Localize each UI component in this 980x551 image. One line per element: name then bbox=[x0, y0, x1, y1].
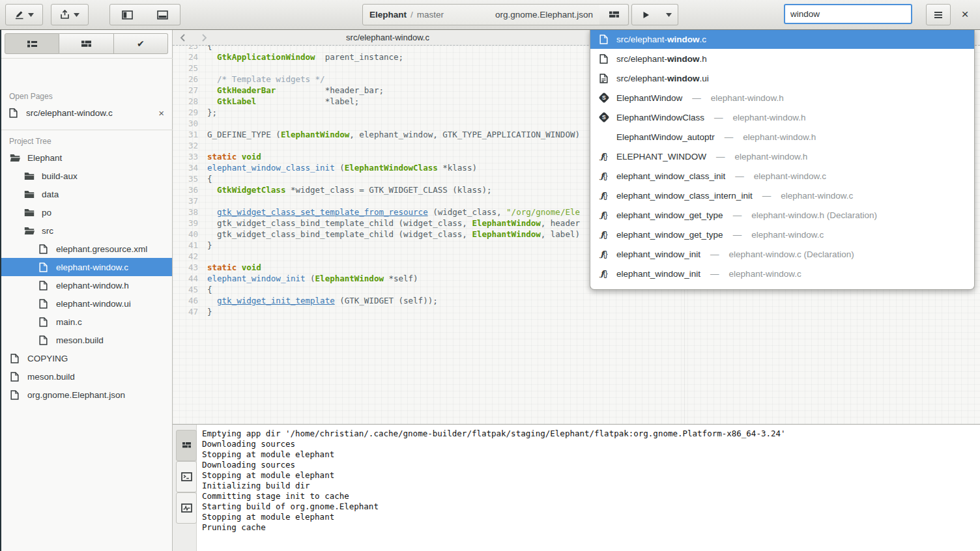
tree-item-label: meson.build bbox=[56, 335, 104, 345]
todo-view-button[interactable]: ✔ bbox=[114, 33, 168, 54]
sidebar-view-switcher: ✔ bbox=[5, 33, 168, 54]
line-number: 25 bbox=[173, 63, 207, 74]
bottom-panel-tabs bbox=[173, 425, 197, 551]
function-icon: ƒ{} bbox=[598, 171, 609, 180]
build-view-button[interactable] bbox=[59, 33, 113, 54]
project-tree-label: Project Tree bbox=[9, 137, 51, 146]
result-name: elephant_window_class_init bbox=[616, 171, 725, 181]
search-result-item[interactable]: ƒ{} bbox=[590, 283, 974, 290]
search-input[interactable] bbox=[784, 4, 912, 24]
search-result-item[interactable]: src/elephant-window.ui bbox=[590, 68, 974, 88]
build-config-name: org.gnome.Elephant.json bbox=[495, 10, 593, 20]
tree-item-meson-build[interactable]: meson.build bbox=[0, 331, 172, 349]
log-line: Stopping at module elephant bbox=[202, 449, 951, 460]
line-number: 37 bbox=[173, 195, 207, 206]
search-result-item[interactable]: ƒ{}elephant_window_init—elephant-window.… bbox=[590, 264, 974, 283]
export-button[interactable] bbox=[51, 4, 89, 25]
tree-item-org-gnome-elephant-json[interactable]: org.gnome.Elephant.json bbox=[0, 386, 172, 404]
line-number: 44 bbox=[173, 273, 207, 284]
tree-item-src[interactable]: src bbox=[0, 221, 172, 240]
tree-item-build-aux[interactable]: build-aux bbox=[0, 167, 172, 185]
tree-item-elephant-window-c[interactable]: elephant-window.c bbox=[0, 258, 172, 276]
result-name: ELEPHANT_WINDOW bbox=[616, 152, 706, 162]
tree-item-elephant-window-h[interactable]: elephant-window.h bbox=[0, 276, 172, 294]
tree-item-po[interactable]: po bbox=[0, 203, 172, 221]
runtime-terminal-icon bbox=[181, 503, 192, 513]
function-icon: ƒ{} bbox=[598, 269, 609, 278]
breadcrumb-separator: / bbox=[411, 10, 413, 20]
line-number: 42 bbox=[173, 251, 207, 262]
log-line: Starting build of org.gnome.Elephant bbox=[202, 502, 951, 512]
line-number: 40 bbox=[173, 229, 207, 240]
panel-bottom-icon bbox=[157, 10, 168, 20]
function-icon: ƒ{} bbox=[598, 210, 609, 219]
result-file: elephant-window.c bbox=[751, 230, 824, 240]
log-line: Downloading sources bbox=[202, 439, 951, 449]
line-number: 30 bbox=[173, 118, 207, 129]
tree-item-data[interactable]: data bbox=[0, 185, 172, 203]
search-result-item[interactable]: ƒ{}elephant_window_get_type—elephant-win… bbox=[590, 205, 974, 225]
folder-icon bbox=[9, 154, 20, 162]
run-options-button[interactable] bbox=[659, 4, 678, 25]
share-icon bbox=[60, 10, 70, 20]
search-result-item[interactable]: ƒ{}elephant_window_get_type—elephant-win… bbox=[590, 225, 974, 244]
close-page-icon[interactable]: × bbox=[158, 107, 164, 119]
search-result-item[interactable]: src/elephant-window.c bbox=[590, 29, 974, 49]
tree-item-elephant-window-ui[interactable]: elephant-window.ui bbox=[0, 294, 172, 313]
tree-item-elephant-gresource-xml[interactable]: elephant.gresource.xml bbox=[0, 240, 172, 258]
build-output-panel: Emptying app dir '/home/christian/.cache… bbox=[173, 424, 980, 551]
window-edge bbox=[0, 30, 1, 551]
log-line: Emptying app dir '/home/christian/.cache… bbox=[202, 429, 951, 439]
search-result-item[interactable]: src/elephant-window.h bbox=[590, 49, 974, 68]
terminal-tab[interactable] bbox=[176, 461, 197, 492]
code-line-46: 46 gtk_widget_init_template (GTK_WIDGET … bbox=[173, 295, 980, 306]
folder-icon bbox=[23, 227, 35, 235]
tree-item-meson-build[interactable]: meson.build bbox=[0, 367, 172, 386]
tree-item-copying[interactable]: COPYING bbox=[0, 349, 172, 367]
pages-view-button[interactable] bbox=[5, 33, 59, 54]
search-result-item[interactable]: SElephantWindow—elephant-window.h bbox=[590, 88, 974, 107]
search-result-item[interactable]: ƒ{}elephant_window_class_init—elephant-w… bbox=[590, 166, 974, 186]
panel-left-icon bbox=[122, 10, 133, 20]
build-bricks-icon bbox=[609, 10, 620, 19]
omnibar[interactable]: Elephant / master org.gnome.Elephant.jso… bbox=[362, 4, 600, 25]
line-number: 31 bbox=[173, 129, 207, 140]
tree-item-main-c[interactable]: main.c bbox=[0, 313, 172, 331]
line-number: 33 bbox=[173, 151, 207, 162]
tree-item-label: elephant.gresource.xml bbox=[56, 244, 147, 254]
search-result-item[interactable]: ƒ{}elephant_window_init—elephant-window.… bbox=[590, 244, 974, 264]
log-line: Pruning cache bbox=[202, 522, 951, 533]
result-name: ElephantWindow bbox=[616, 93, 682, 103]
toggle-bottom-panel-button[interactable] bbox=[145, 4, 180, 25]
file-icon bbox=[9, 390, 20, 400]
header-bar: Elephant / master org.gnome.Elephant.jso… bbox=[0, 0, 980, 30]
build-output-tab[interactable] bbox=[176, 430, 197, 461]
tree-item-label: build-aux bbox=[42, 171, 78, 181]
project-name: Elephant bbox=[369, 10, 407, 20]
search-result-item[interactable]: SElephantWindowClass—elephant-window.h bbox=[590, 107, 974, 127]
log-line: Committing stage init to cache bbox=[202, 491, 951, 502]
search-result-item[interactable]: ElephantWindow_autoptr—elephant-window.h bbox=[590, 127, 974, 147]
dash-separator: — bbox=[725, 132, 734, 142]
build-bricks-icon bbox=[81, 40, 92, 48]
menu-button[interactable] bbox=[926, 4, 951, 25]
edit-mode-button[interactable] bbox=[5, 4, 43, 25]
build-log: Emptying app dir '/home/christian/.cache… bbox=[202, 429, 951, 533]
log-line: Stopping at module elephant bbox=[202, 470, 951, 481]
line-number: 36 bbox=[173, 184, 207, 195]
run-button[interactable] bbox=[631, 4, 660, 25]
open-page-item[interactable]: src/elephant-window.c× bbox=[0, 103, 172, 122]
play-icon bbox=[642, 11, 650, 19]
search-result-item[interactable]: ƒ{}ELEPHANT_WINDOW—elephant-window.h bbox=[590, 147, 974, 166]
tree-item-elephant[interactable]: Elephant bbox=[0, 148, 172, 167]
search-result-item[interactable]: ƒ{}elephant_window_class_intern_init—ele… bbox=[590, 186, 974, 205]
file-icon bbox=[598, 74, 609, 83]
tree-item-label: elephant-window.h bbox=[56, 281, 129, 290]
result-file: elephant-window.c bbox=[729, 269, 801, 279]
chevron-down-icon bbox=[666, 13, 672, 17]
line-number: 29 bbox=[173, 107, 207, 118]
runtime-terminal-tab[interactable] bbox=[176, 492, 197, 524]
close-icon[interactable]: × bbox=[958, 7, 972, 22]
toggle-left-panel-button[interactable] bbox=[109, 4, 145, 25]
build-button[interactable] bbox=[599, 4, 629, 25]
